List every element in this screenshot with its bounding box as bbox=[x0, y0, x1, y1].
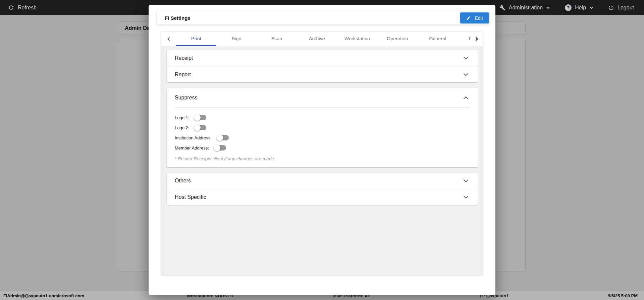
institution-address-toggle[interactable] bbox=[216, 134, 229, 141]
tab-general[interactable]: General bbox=[418, 32, 458, 46]
power-icon bbox=[608, 5, 614, 11]
logout-label: Logout bbox=[618, 5, 634, 11]
accordion-others[interactable]: Others bbox=[167, 173, 478, 189]
chevron-down-icon bbox=[464, 196, 468, 199]
administration-label: Administration bbox=[509, 5, 543, 11]
pencil-icon bbox=[466, 16, 471, 20]
accordion-report-label: Report bbox=[175, 72, 191, 78]
tabs-scroll-right-button[interactable] bbox=[471, 32, 483, 46]
logo1-label: Logo 1: bbox=[175, 115, 189, 120]
chevron-down-icon bbox=[464, 179, 468, 182]
member-address-toggle-row: Member Address: bbox=[175, 143, 470, 153]
dialog-header: FI Settings bbox=[157, 11, 489, 25]
help-icon: ? bbox=[565, 4, 572, 11]
logged-in-user: FiAdmin@Qaxpauto1.onmicrosoft.com bbox=[3, 293, 84, 298]
help-menu[interactable]: ? Help bbox=[565, 4, 593, 11]
help-label: Help bbox=[575, 5, 586, 11]
logo2-toggle[interactable] bbox=[194, 124, 207, 131]
accordion-suppress-panel: Suppress Logo 1: Logo 2: Institution Add… bbox=[167, 88, 478, 167]
toggle-thumb bbox=[216, 134, 223, 141]
chevron-up-icon bbox=[464, 96, 468, 99]
tab-print[interactable]: Print bbox=[176, 32, 216, 46]
logout-button[interactable]: Logout bbox=[608, 5, 634, 11]
accordion-host-specific-label: Host Specific bbox=[175, 194, 206, 200]
chevron-down-icon bbox=[464, 73, 468, 76]
edit-button[interactable]: Edit bbox=[460, 12, 489, 24]
refresh-button[interactable]: Refresh bbox=[8, 4, 37, 11]
status-datetime: 9/6/25 5:00 PM bbox=[608, 293, 638, 298]
institution-address-toggle-row: Institution Address: bbox=[175, 133, 470, 143]
accordion-receipt-label: Receipt bbox=[175, 55, 193, 61]
tab-clipped[interactable]: F bbox=[458, 32, 471, 46]
refresh-icon bbox=[8, 4, 14, 11]
chevron-down-icon bbox=[589, 6, 593, 9]
logo2-toggle-row: Logo 2: bbox=[175, 123, 470, 133]
tab-operation[interactable]: Operation bbox=[377, 32, 418, 46]
tab-strip: Print Sign Scan Archive Workstation Oper… bbox=[161, 32, 483, 46]
chevron-down-icon bbox=[464, 57, 468, 59]
tabs: Print Sign Scan Archive Workstation Oper… bbox=[176, 32, 471, 46]
wrench-icon bbox=[499, 5, 505, 11]
toggle-thumb bbox=[214, 144, 220, 151]
member-address-label: Member Address: bbox=[175, 145, 209, 151]
settings-card: Print Sign Scan Archive Workstation Oper… bbox=[161, 32, 483, 275]
accordion-receipt[interactable]: Receipt bbox=[167, 50, 478, 66]
restart-note: * Restart Receipts client if any changes… bbox=[175, 156, 470, 161]
tab-archive[interactable]: Archive bbox=[297, 32, 337, 46]
logo1-toggle-row: Logo 1: bbox=[175, 113, 470, 123]
suppress-content: Logo 1: Logo 2: Institution Address: Mem… bbox=[167, 108, 478, 167]
accordion-suppress-label: Suppress bbox=[175, 95, 198, 101]
chevron-down-icon bbox=[546, 6, 550, 9]
institution-address-label: Institution Address: bbox=[175, 135, 212, 140]
accordion-group-print: Receipt Report bbox=[167, 50, 478, 82]
logo2-label: Logo 2: bbox=[175, 125, 189, 130]
administration-menu[interactable]: Administration bbox=[499, 5, 550, 11]
tab-sign[interactable]: Sign bbox=[216, 32, 257, 46]
dialog-title: FI Settings bbox=[165, 15, 191, 21]
fi-settings-dialog: FI Settings Edit Print Sign Scan Archive… bbox=[149, 5, 495, 295]
active-tab-indicator bbox=[176, 45, 216, 46]
tabs-scroll-left-button[interactable] bbox=[161, 32, 176, 46]
refresh-label: Refresh bbox=[18, 5, 37, 11]
tab-scan[interactable]: Scan bbox=[257, 32, 297, 46]
accordion-report[interactable]: Report bbox=[167, 66, 478, 82]
edit-button-label: Edit bbox=[475, 15, 483, 21]
accordion-suppress[interactable]: Suppress bbox=[167, 88, 478, 108]
accordion-others-label: Others bbox=[175, 178, 191, 184]
accordion-host-specific[interactable]: Host Specific bbox=[167, 189, 478, 205]
logo1-toggle[interactable] bbox=[194, 114, 207, 121]
accordion-group-other: Others Host Specific bbox=[167, 173, 478, 205]
member-address-toggle[interactable] bbox=[214, 144, 226, 151]
tab-workstation[interactable]: Workstation bbox=[337, 32, 377, 46]
